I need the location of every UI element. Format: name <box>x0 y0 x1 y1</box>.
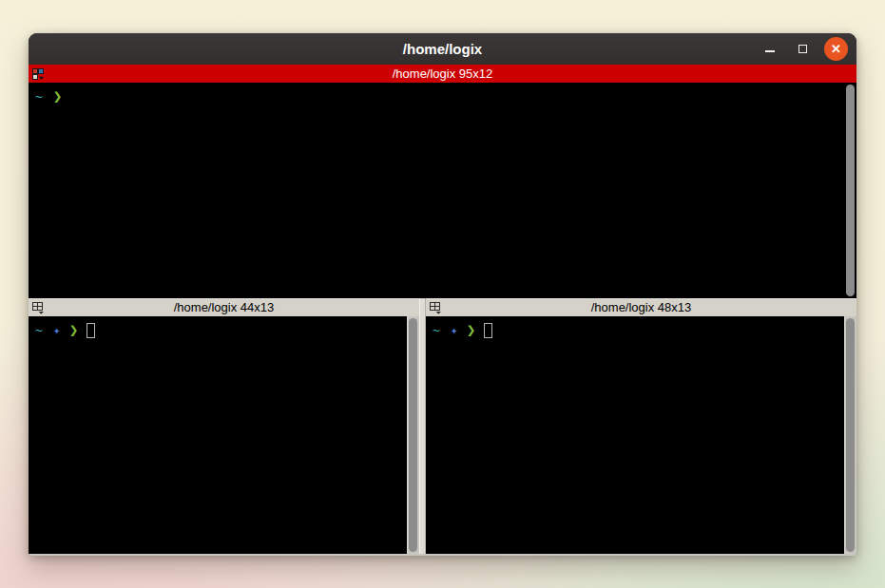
pane-titlebar-top[interactable]: /home/logix 95x12 <box>29 65 856 83</box>
terminal-bottom-left[interactable]: ~ ✦ ❯ <box>29 316 407 554</box>
bottom-pane-row: /home/logix 44x13 ~ ✦ ❯ <box>29 298 856 554</box>
prompt-arrow-icon: ❯ <box>53 89 63 104</box>
scrollbar-bottom-left[interactable] <box>407 316 419 554</box>
scrollbar-thumb[interactable] <box>846 318 855 552</box>
grouping-icon-focused[interactable] <box>32 67 45 80</box>
grouping-icon-unfocused[interactable] <box>32 301 45 313</box>
scrollbar-bottom-right[interactable] <box>844 316 856 554</box>
pane-title-bottom-left: /home/logix 44x13 <box>29 298 419 316</box>
close-icon: ✕ <box>831 43 841 55</box>
terminal-cursor <box>87 323 95 338</box>
scrollbar-top[interactable] <box>844 83 856 298</box>
pane-splitter[interactable] <box>419 298 426 554</box>
terminal-cursor <box>484 323 492 338</box>
pane-titlebar-bottom-right[interactable]: /home/logix 48x13 <box>426 298 856 316</box>
minimize-button[interactable] <box>758 37 781 61</box>
prompt-cwd: ~ <box>433 323 440 337</box>
prompt-cwd: ~ <box>35 89 43 104</box>
window-titlebar[interactable]: /home/logix ✕ <box>29 33 856 65</box>
pane-bottom-left: /home/logix 44x13 ~ ✦ ❯ <box>29 298 419 554</box>
window-controls: ✕ <box>758 33 848 65</box>
pane-bottom-right: /home/logix 48x13 ~ ✦ ❯ <box>426 298 856 554</box>
pane-top: /home/logix 95x12 ~ ❯ <box>29 65 856 298</box>
prompt-star-icon: ✦ <box>451 323 458 337</box>
prompt-line-top: ~ ❯ <box>35 88 68 104</box>
terminal-top[interactable]: ~ ❯ <box>29 83 844 298</box>
maximize-button[interactable] <box>791 37 815 61</box>
prompt-cwd: ~ <box>35 323 43 337</box>
prompt-star-icon: ✦ <box>53 323 61 337</box>
window-title: /home/logix <box>29 33 856 65</box>
maximize-icon <box>798 45 807 53</box>
pane-title-bottom-right: /home/logix 48x13 <box>426 298 856 316</box>
close-button[interactable]: ✕ <box>824 37 848 61</box>
terminal-bottom-right[interactable]: ~ ✦ ❯ <box>426 316 844 554</box>
grouping-icon-unfocused[interactable] <box>430 301 442 313</box>
terminator-window: /home/logix ✕ <box>29 33 856 556</box>
prompt-line-bottom-right: ~ ✦ ❯ <box>433 322 492 338</box>
prompt-line-bottom-left: ~ ✦ ❯ <box>35 322 95 338</box>
prompt-arrow-icon: ❯ <box>467 323 476 338</box>
pane-titlebar-bottom-left[interactable]: /home/logix 44x13 <box>29 298 419 316</box>
scrollbar-thumb[interactable] <box>846 85 855 296</box>
prompt-arrow-icon: ❯ <box>69 323 79 338</box>
scrollbar-thumb[interactable] <box>409 318 417 552</box>
pane-title-top: /home/logix 95x12 <box>29 65 856 83</box>
minimize-icon <box>765 50 775 52</box>
